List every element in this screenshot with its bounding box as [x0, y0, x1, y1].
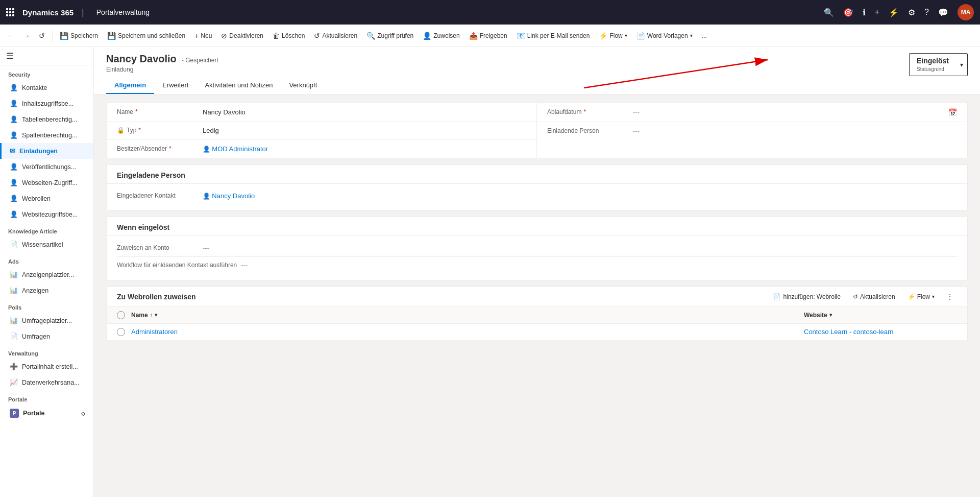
field-workflow-value[interactable]: --- [241, 261, 248, 269]
field-ablaufdatum-value[interactable]: --- [633, 108, 640, 116]
spaltenberechtigung-icon: 👤 [10, 131, 18, 139]
website-sort-icon: ▾ [829, 312, 832, 318]
sidebar-section-ads-title: Ads [0, 252, 93, 267]
app-grid-icon[interactable] [6, 8, 14, 16]
portale-expand-icon: ◇ [81, 411, 85, 416]
main-layout: ☰ Security 👤 Kontakte 👤 Inhaltszugriffsb… [0, 47, 980, 497]
sidebar-item-umfragen[interactable]: 📄 Umfragen [0, 328, 93, 344]
deactivate-button[interactable]: ⊘ Deaktivieren [217, 30, 267, 42]
sidebar-item-inhaltszugriff[interactable]: 👤 Inhaltszugriffsbe... [0, 96, 93, 111]
word-templates-button[interactable]: 📄 Word-Vorlagen ▾ [632, 30, 697, 42]
field-ablaufdatum: Ablaufdatum * --- 📅 [537, 103, 967, 122]
veroffentlichungen-icon: 👤 [10, 163, 18, 171]
app-brand: Dynamics 365 [22, 8, 74, 17]
flow-button[interactable]: ⚡ Flow ▾ [595, 30, 631, 42]
refresh-page-button[interactable]: ↺ [35, 29, 49, 43]
websitezugriff-icon: 👤 [10, 210, 18, 218]
field-eingeladener-kontakt-value[interactable]: 👤 Nancy Davolio [203, 192, 255, 200]
back-button[interactable]: ← [4, 29, 18, 43]
delete-button[interactable]: 🗑 Löschen [268, 30, 309, 42]
sidebar-item-anzeigen[interactable]: 📊 Anzeigen [0, 282, 93, 298]
row-name[interactable]: Administratoren [131, 328, 804, 336]
tasks-icon[interactable]: 🎯 [843, 8, 853, 17]
sidebar-item-veroffentlichungen[interactable]: 👤 Veröffentlichungs... [0, 159, 93, 175]
field-eingeladener-kontakt: Eingeladener Kontakt 👤 Nancy Davolio [117, 190, 957, 202]
field-einladende-person: Einladende Person --- [537, 122, 967, 140]
assign-icon: 👤 [423, 32, 431, 40]
sidebar-section-knowledge-title: Knowledge Article [0, 222, 93, 236]
filter-icon[interactable]: ⚡ [889, 8, 899, 17]
access-check-icon: 🔍 [366, 32, 375, 40]
tab-aktivitaeten[interactable]: Aktivitäten und Notizen [197, 77, 281, 94]
update-subgrid-button[interactable]: ↺ Aktualisieren [849, 291, 899, 302]
sidebar-collapse-icon[interactable]: ☰ [6, 51, 13, 61]
sidebar-item-wissensartikel[interactable]: 📄 Wissensartikel [0, 236, 93, 252]
more-subgrid-button[interactable]: ⋮ [943, 291, 957, 302]
help-icon[interactable]: ? [924, 8, 929, 17]
avatar[interactable]: MA [958, 4, 974, 20]
col-name-header[interactable]: Name ↑ ▾ [131, 312, 804, 319]
new-button[interactable]: + Neu [190, 30, 216, 42]
save-button[interactable]: 💾 Speichern [56, 30, 102, 42]
sidebar-item-websitezugriff[interactable]: 👤 Websitezugriffsbe... [0, 206, 93, 222]
sidebar: ☰ Security 👤 Kontakte 👤 Inhaltszugriffsb… [0, 47, 94, 497]
flow-subgrid-icon: ⚡ [908, 293, 915, 300]
deactivate-icon: ⊘ [221, 32, 227, 40]
sidebar-item-tabellenberechtigung[interactable]: 👤 Tabellenberechtig... [0, 111, 93, 127]
field-name-value[interactable]: Nancy Davolio [203, 108, 246, 116]
select-all-checkbox[interactable] [117, 311, 125, 319]
sidebar-item-einladungen[interactable]: ✉ Einladungen [0, 143, 93, 159]
sidebar-item-webseiten-zugriff[interactable]: 👤 Webseiten-Zugriff... [0, 175, 93, 191]
form-section-main: Name * Nancy Davolio 🔒 Typ * Ledig [106, 103, 968, 158]
tab-erweitert[interactable]: Erweitert [154, 77, 197, 94]
update-button[interactable]: ↺ Aktualisieren [310, 30, 361, 42]
search-icon[interactable]: 🔍 [824, 8, 834, 17]
sidebar-item-spaltenberechtigung[interactable]: 👤 Spaltenberechtug... [0, 127, 93, 143]
field-einladende-person-value[interactable]: --- [633, 127, 640, 135]
app-name[interactable]: Dynamics 365 [22, 8, 74, 17]
forward-button[interactable]: → [19, 29, 34, 43]
tab-verknupft[interactable]: Verknüpft [281, 77, 325, 94]
update-icon: ↺ [314, 32, 320, 40]
add-webrolle-icon: 📄 [773, 293, 781, 300]
status-badge-chevron[interactable]: ▾ [956, 54, 967, 76]
subgrid-title: Zu Webrollen zuweisen [117, 293, 196, 301]
row-checkbox[interactable] [117, 328, 125, 336]
field-typ: 🔒 Typ * Ledig [107, 122, 536, 140]
portalinhalt-icon: ➕ [10, 363, 18, 370]
chat-icon[interactable]: 💬 [938, 8, 948, 17]
add-webrolle-button[interactable]: 📄 hinzufügen: Webrolle [769, 291, 845, 302]
calendar-icon[interactable]: 📅 [948, 108, 957, 116]
share-button[interactable]: 📤 Freigeben [465, 30, 511, 42]
link-email-button[interactable]: 📧 Link per E-Mail senden [512, 30, 594, 42]
col-website-header[interactable]: Website ▾ [804, 312, 957, 319]
umfragen-icon: 📄 [10, 333, 18, 340]
field-typ-value: Ledig [203, 127, 219, 134]
toolbar: ← → ↺ 💾 Speichern 💾 Speichern und schlie… [0, 25, 980, 47]
sidebar-item-webrollen[interactable]: 👤 Webrollen [0, 191, 93, 206]
plus-icon[interactable]: + [875, 8, 879, 17]
flow-subgrid-button[interactable]: ⚡ Flow ▾ [903, 291, 939, 302]
save-close-icon: 💾 [107, 32, 116, 40]
sidebar-item-datenverkehrsana[interactable]: 📈 Datenverkehrsana... [0, 374, 93, 390]
sidebar-item-umfrageplatzierung[interactable]: 📊 Umfrageplatzier... [0, 313, 93, 328]
field-workflow: Workflow für einlösenden Kontakt ausführ… [117, 259, 957, 272]
form-section-redeemed: Wenn eingelöst Zuweisen an Konto --- Wor… [106, 217, 968, 280]
info-icon[interactable]: ℹ [863, 8, 866, 17]
sidebar-item-anzeigenplatzierung[interactable]: 📊 Anzeigenplatzier... [0, 267, 93, 282]
record-tabs: Allgemein Erweitert Aktivitäten und Noti… [106, 77, 968, 94]
field-zuweisen-konto-value[interactable]: --- [203, 244, 209, 252]
assign-button[interactable]: 👤 Zuweisen [419, 30, 463, 42]
sidebar-item-portalinhalt[interactable]: ➕ Portalinhalt erstell... [0, 359, 93, 374]
page-title: Portalverwaltung [96, 8, 150, 16]
settings-icon[interactable]: ⚙ [908, 8, 915, 17]
more-button[interactable]: ... [698, 30, 711, 41]
save-close-button[interactable]: 💾 Speichern und schließen [103, 30, 189, 42]
tab-allgemein[interactable]: Allgemein [106, 77, 154, 94]
access-check-button[interactable]: 🔍 Zugriff prüfen [362, 30, 418, 42]
sidebar-item-portale[interactable]: P Portale ◇ [0, 405, 93, 422]
sidebar-item-contacts[interactable]: 👤 Kontakte [0, 80, 93, 96]
row-website[interactable]: Contoso Learn - contoso-learn [804, 328, 957, 336]
top-nav: Dynamics 365 | Portalverwaltung 🔍 🎯 ℹ + … [0, 0, 980, 25]
field-besitzer-value[interactable]: 👤 MOD Administrator [203, 145, 268, 153]
